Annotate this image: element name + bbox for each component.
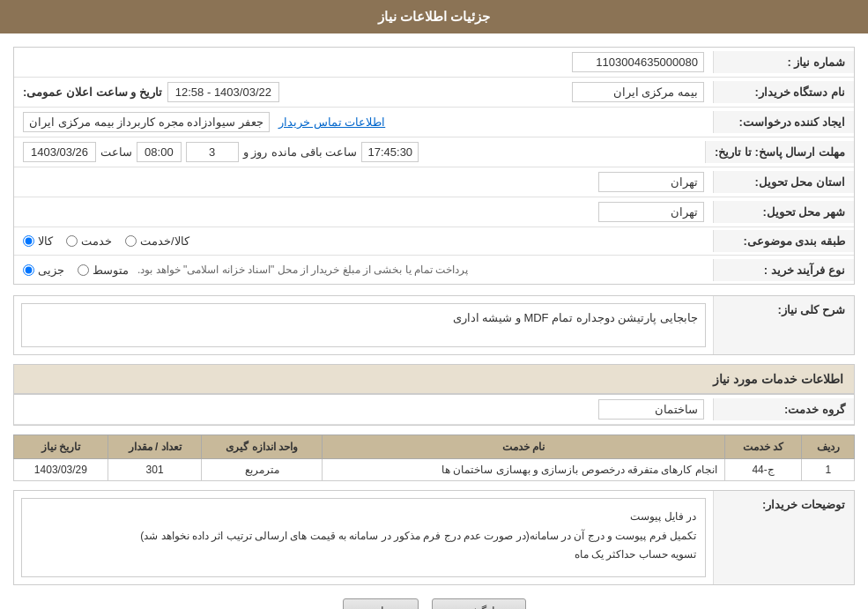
service-section-title: اطلاعات خدمات مورد نیاز [13,364,855,394]
deadline-time-label: ساعت [100,145,132,159]
announce-label: تاریخ و ساعت اعلان عمومی: [23,85,162,99]
announce-date-area: 1403/03/22 - 12:58 تاریخ و ساعت اعلان عم… [14,82,288,102]
col-service-code: کد خدمت [724,435,802,459]
deadline-area: 17:45:30 ساعت باقی مانده روز و 3 08:00 س… [14,137,705,167]
cell-unit: مترمربع [202,459,323,481]
province-row: استان محل تحویل: تهران [14,167,854,197]
remarks-box: در فایل پیوست تکمیل فرم پیوست و درج آن د… [21,498,706,577]
table-header-row: ردیف کد خدمت نام خدمت واحد اندازه گیری ت… [14,435,855,459]
service-group-box: ساختمان [598,399,704,420]
remarks-value-area: در فایل پیوست تکمیل فرم پیوست و درج آن د… [14,491,713,584]
city-box: تهران [598,202,704,222]
buyer-org-row: نام دستگاه خریدار: بیمه مرکزی ایران 1403… [14,78,854,108]
cell-service-name: انجام کارهای متفرقه درخصوص بازسازی و بهس… [323,459,725,481]
purchase-partial-label: جزیی [38,264,64,277]
deadline-remaining-box: 17:45:30 [361,142,419,162]
category-option-1-label: کالا [38,234,53,248]
deadline-row: مهلت ارسال پاسخ: تا تاریخ: 17:45:30 ساعت… [14,137,854,167]
remarks-line-2: تکمیل فرم پیوست و درج آن در سامانه(در صو… [31,527,696,546]
cell-quantity: 301 [108,459,202,481]
need-number-box: 1103004635000080 [572,52,704,72]
province-box: تهران [598,172,704,192]
province-label: استان محل تحویل: [713,171,854,193]
cell-row-num: 1 [802,459,855,481]
purchase-type-notice: پرداخت تمام یا بخشی از مبلغ خریدار از مح… [137,264,468,276]
deadline-days-label: روز و [243,145,268,159]
col-row-num: ردیف [802,435,855,459]
deadline-remaining-label: ساعت باقی مانده [271,145,357,159]
cell-service-code: ج-44 [724,459,802,481]
print-button[interactable]: چاپ [343,598,419,609]
service-table-section: ردیف کد خدمت نام خدمت واحد اندازه گیری ت… [13,434,855,481]
need-number-row: شماره نیاز : 1103004635000080 [14,48,854,78]
deadline-time-box: 08:00 [137,142,182,162]
category-row: طبقه بندی موضوعی: کالا/خدمت خدمت کالا [14,227,854,256]
deadline-label: مهلت ارسال پاسخ: تا تاریخ: [705,141,854,163]
city-area: تهران [14,197,713,227]
creator-value: جعفر سیوادزاده مجره کاربرداز بیمه مرکزی … [23,112,270,132]
need-number-label: شماره نیاز : [713,51,854,73]
category-area: کالا/خدمت خدمت کالا [14,230,713,252]
col-date: تاریخ نیاز [14,435,108,459]
need-number-value: 1103004635000080 [14,48,713,77]
remarks-label: توضیحات خریدار: [713,491,854,584]
category-option-3[interactable]: کالا/خدمت [125,234,189,248]
service-table: ردیف کد خدمت نام خدمت واحد اندازه گیری ت… [13,434,855,481]
announce-date-box: 1403/03/22 - 12:58 [167,82,279,102]
creator-link[interactable]: اطلاعات تماس خریدار [278,115,385,129]
province-area: تهران [14,167,713,197]
purchase-type-label: نوع فرآیند خرید : [713,259,854,281]
category-option-2-label: خدمت [81,234,112,248]
remarks-section: توضیحات خریدار: در فایل پیوست تکمیل فرم … [13,490,855,585]
buyer-org-label: نام دستگاه خریدار: [713,81,854,103]
city-label: شهر محل تحویل: [713,201,854,223]
description-label: شرح کلی نیاز: [713,296,854,354]
cell-date: 1403/03/29 [14,459,108,481]
purchase-type-row: نوع فرآیند خرید : پرداخت تمام یا بخشی از… [14,256,854,284]
description-box: جابجایی پارتیشن دوجداره تمام MDF و شیشه … [21,303,706,347]
service-group-value: ساختمان [14,395,713,424]
col-unit: واحد اندازه گیری [202,435,323,459]
deadline-days-box: 3 [186,142,239,162]
col-service-name: نام خدمت [323,435,725,459]
purchase-type-partial[interactable]: جزیی [23,264,64,277]
col-quantity: تعداد / مقدار [108,435,202,459]
service-group-section: گروه خدمت: ساختمان [13,394,855,426]
buyer-org-value: بیمه مرکزی ایران [288,78,713,107]
purchase-type-area: پرداخت تمام یا بخشی از مبلغ خریدار از مح… [14,259,713,281]
city-row: شهر محل تحویل: تهران [14,197,854,227]
creator-row: ایجاد کننده درخواست: اطلاعات تماس خریدار… [14,108,854,137]
button-row: بازگشت چاپ [13,598,855,609]
category-option-2[interactable]: خدمت [66,234,112,248]
remarks-line-3: تسویه حساب حداکثر یک ماه [31,546,696,565]
creator-label: ایجاد کننده درخواست: [713,111,854,133]
page-header: جزئیات اطلاعات نیاز [0,0,868,33]
category-option-1[interactable]: کالا [23,234,53,248]
description-section: شرح کلی نیاز: جابجایی پارتیشن دوجداره تم… [13,295,855,355]
info-section: شماره نیاز : 1103004635000080 نام دستگاه… [13,47,855,285]
purchase-medium-label: متوسط [93,264,129,277]
purchase-type-medium[interactable]: متوسط [78,264,129,277]
deadline-date-box: 1403/03/26 [23,142,96,162]
creator-area: اطلاعات تماس خریدار جعفر سیوادزاده مجره … [14,108,713,137]
description-value-area: جابجایی پارتیشن دوجداره تمام MDF و شیشه … [14,296,713,354]
category-label: طبقه بندی موضوعی: [713,230,854,252]
buyer-org-box: بیمه مرکزی ایران [572,82,704,102]
description-text: جابجایی پارتیشن دوجداره تمام MDF و شیشه … [453,311,698,324]
table-row: 1 ج-44 انجام کارهای متفرقه درخصوص بازساز… [14,459,855,481]
back-button[interactable]: بازگشت [432,598,526,609]
service-group-label: گروه خدمت: [713,398,854,420]
page-title: جزئیات اطلاعات نیاز [378,9,490,24]
remarks-line-1: در فایل پیوست [31,508,696,527]
service-group-row: گروه خدمت: ساختمان [14,395,854,425]
category-option-3-label: کالا/خدمت [140,234,189,248]
